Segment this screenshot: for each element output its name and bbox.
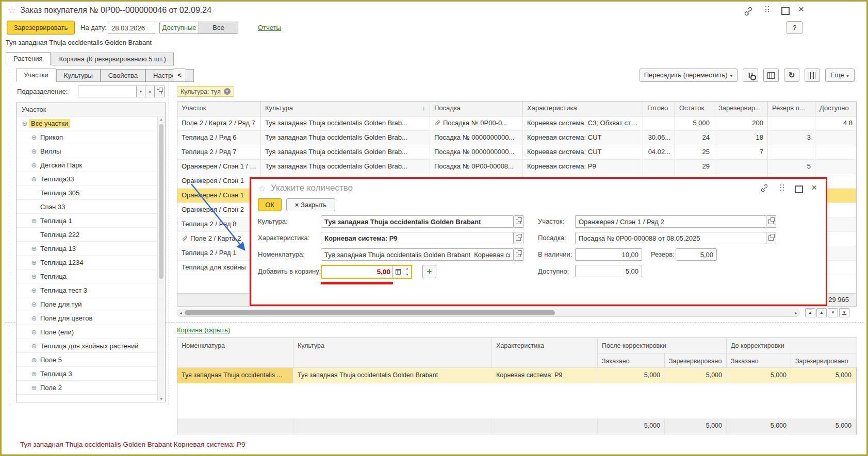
expand-icon[interactable]: ⊕ [30, 384, 38, 392]
dialog-favorite-star-icon[interactable]: ☆ [258, 183, 266, 193]
cart-col-culture[interactable]: Культура [293, 338, 492, 368]
scroll-down-icon[interactable]: ▼ [158, 397, 165, 401]
expand-icon[interactable]: ⊕ [30, 314, 38, 322]
tree-item[interactable]: ⊕Теплица 3 [17, 367, 165, 381]
column-header[interactable]: Посадка [430, 102, 523, 116]
expand-icon[interactable]: ⊕ [30, 133, 38, 141]
planting-field[interactable] [575, 232, 766, 244]
expand-icon[interactable]: ⊕ [30, 342, 38, 350]
plants-table-row[interactable]: Оранжерея / Спэн 1 / Ряд 1Туя западная T… [177, 160, 856, 174]
characteristic-open-icon[interactable] [514, 232, 523, 244]
cart-col-characteristic[interactable]: Характеристика [492, 338, 598, 368]
column-header[interactable]: Зарезервир... [714, 102, 768, 116]
dialog-maximize-icon[interactable] [795, 185, 803, 195]
cart-group-after[interactable]: После корректировки [598, 338, 727, 353]
dialog-more-menu-icon[interactable] [780, 184, 784, 193]
step-up-icon[interactable]: ▲ [403, 266, 411, 272]
tree-item[interactable]: ⊕Теплица [17, 269, 165, 283]
plants-hscrollbar[interactable]: ◄ ► [177, 309, 800, 317]
plot-open-icon[interactable] [766, 215, 776, 228]
cart-row-reserved-after[interactable]: 5,000 [665, 368, 727, 383]
subdivision-dropdown-icon[interactable]: ▼ [136, 86, 145, 97]
left-splitter[interactable] [9, 69, 9, 404]
go-last-button[interactable]: ▼ [839, 308, 849, 317]
column-header[interactable]: Культура↓ [261, 102, 430, 116]
go-first-button[interactable]: ▲ [805, 308, 815, 317]
collapse-icon[interactable]: ⊖ [21, 120, 29, 127]
column-header[interactable]: Доступно [815, 102, 857, 116]
column-header[interactable]: Участок [177, 102, 261, 116]
tree-item[interactable]: ⊕Теплица тест 3 [17, 283, 165, 297]
tree-item[interactable]: ⊕Поле для цветов [17, 311, 165, 325]
dialog-close-icon[interactable]: × [811, 184, 817, 191]
expand-icon[interactable]: ⊕ [30, 328, 38, 336]
expand-icon[interactable]: ⊕ [30, 217, 38, 225]
cart-toggle-link[interactable]: Корзина (скрыть) [177, 326, 230, 334]
expand-icon[interactable]: ⊕ [30, 245, 38, 252]
subdivision-clear-icon[interactable]: × [145, 86, 155, 97]
plants-table-row[interactable]: Теплица 2 / Ряд 7Туя западная Thuja occi… [177, 145, 856, 160]
cart-row-culture[interactable]: Туя западная Thuja occidentalis Golden B… [293, 368, 492, 383]
subdivision-open-icon[interactable] [155, 86, 165, 97]
tab-properties[interactable]: Свойства [101, 69, 145, 82]
tab-cultures[interactable]: Культуры [56, 69, 101, 82]
tree-item[interactable]: ⊕Теплица для хвойных растений [17, 339, 165, 353]
panel-splitter[interactable] [169, 69, 169, 404]
back-button[interactable]: < [173, 69, 186, 82]
expand-icon[interactable]: ⊕ [30, 370, 38, 378]
expand-icon[interactable]: ⊕ [30, 259, 38, 266]
toggle-all[interactable]: Все [199, 22, 238, 33]
tree-item[interactable]: ⊕Поле (ели) [17, 325, 165, 339]
cart-row-ordered-before[interactable]: 5,000 [727, 368, 791, 383]
subdivision-input[interactable] [78, 86, 137, 97]
quantity-input[interactable] [322, 266, 392, 278]
dialog-copy-link-icon[interactable] [760, 184, 769, 194]
tree-item[interactable]: Теплица 222 [17, 228, 165, 242]
favorite-star-icon[interactable]: ☆ [8, 5, 15, 16]
tree-item[interactable]: ⊕Поле 5 [17, 353, 165, 367]
tree-item[interactable]: ⊕Поле 2 [17, 381, 165, 395]
column-header[interactable]: Остаток [675, 102, 714, 116]
transplant-button[interactable]: Пересадить (переместить) ▼ [640, 69, 738, 82]
more-menu-icon[interactable] [765, 6, 769, 15]
cart-row-ordered-after[interactable]: 5,000 [598, 368, 665, 383]
cart-group-before[interactable]: До корректировки [727, 338, 857, 353]
tree-item[interactable]: ⊕Теплица33 [17, 172, 165, 186]
characteristic-field[interactable] [321, 232, 514, 244]
plants-table-row[interactable]: Теплица 2 / Ряд 6Туя западная Thuja occi… [177, 131, 856, 145]
date-input[interactable] [108, 22, 155, 34]
scroll-up-icon[interactable]: ▲ [158, 117, 165, 121]
step-down-icon[interactable]: ▼ [403, 272, 411, 278]
expand-icon[interactable]: ⊕ [30, 175, 38, 183]
expand-icon[interactable]: ⊕ [30, 286, 38, 294]
expand-icon[interactable]: ⊕ [30, 273, 38, 280]
barcode-search-button[interactable] [743, 69, 758, 82]
tab-cart[interactable]: Корзина (К резервированию 5 шт.) [52, 53, 174, 65]
reserve-button[interactable]: Зарезервировать [7, 21, 75, 35]
reserve-field[interactable] [676, 248, 717, 261]
copy-link-icon[interactable] [743, 7, 754, 18]
ok-button[interactable]: ОК [258, 198, 282, 211]
tab-settings[interactable]: Настройки [145, 69, 194, 82]
cart-row-reserved-before[interactable]: 5,000 [791, 368, 856, 383]
go-up-button[interactable]: ▲ [816, 308, 827, 317]
cart-row-characteristic[interactable]: Корневая система: Р9 [492, 368, 598, 383]
maximize-icon[interactable] [781, 7, 790, 16]
chip-close-icon[interactable]: × [224, 88, 231, 95]
tree-item[interactable]: ⊖Все участки [17, 116, 165, 130]
nomenclature-field[interactable] [321, 248, 514, 261]
tree-item[interactable]: Теплица 305 [17, 186, 165, 200]
column-header[interactable]: Резерв п... [768, 102, 815, 116]
tree-item[interactable]: ⊕Теплица 13 [17, 242, 165, 256]
expand-icon[interactable]: ⊕ [30, 356, 38, 364]
scroll-left-icon[interactable]: ◄ [179, 311, 183, 315]
tree-item[interactable]: ⊕Поле для туй [17, 297, 165, 311]
more-button[interactable]: Еще ▼ [825, 69, 855, 82]
tree-item[interactable]: ⊕Виллы [17, 144, 165, 158]
calculator-button[interactable] [392, 266, 403, 278]
culture-filter-chip[interactable]: Культура: туя × [177, 86, 234, 97]
close-icon[interactable]: × [798, 6, 804, 13]
go-down-button[interactable]: ▼ [828, 308, 838, 317]
tree-item[interactable]: ⊕Детский Парк [17, 158, 165, 172]
tree-item[interactable]: ⊕Теплица 1234 [17, 256, 165, 269]
